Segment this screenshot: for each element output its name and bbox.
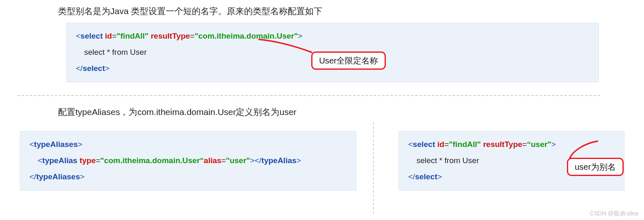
equals: = xyxy=(190,32,194,40)
xml-value: "com.itheima.domain.User“ xyxy=(100,156,204,165)
xml-attr: resultType xyxy=(483,140,523,149)
equals: = xyxy=(444,140,449,149)
angle-bracket: > xyxy=(298,32,303,40)
xml-attr: resultType xyxy=(151,32,190,40)
code-line: <typeAliases> xyxy=(29,137,347,153)
callout-bubble-2: user为别名 xyxy=(567,158,624,176)
angle-bracket: < xyxy=(76,32,80,40)
xml-attr: id xyxy=(437,140,444,149)
horizontal-divider xyxy=(17,95,600,96)
sql-body: select * from User xyxy=(408,153,479,169)
code-block-2: <typeAliases> <typeAlias type="com.ithei… xyxy=(20,131,356,191)
angle-bracket: </ xyxy=(254,156,261,165)
equals: = xyxy=(221,156,226,165)
angle-bracket: < xyxy=(38,156,42,165)
xml-tag: typeAlias xyxy=(261,156,296,165)
angle-bracket: > xyxy=(78,140,82,149)
angle-bracket: > xyxy=(105,64,109,73)
code-line: <select id="findAll" resultType=“user"> xyxy=(408,137,615,153)
equals: = xyxy=(96,156,100,165)
code-line: <typeAlias type="com.itheima.domain.User… xyxy=(29,153,347,169)
vertical-divider xyxy=(373,122,374,214)
xml-tag: typeAlias xyxy=(42,156,77,165)
xml-value: "findAll" xyxy=(116,32,148,40)
xml-value: "findAll" xyxy=(449,140,481,149)
intro-text-1: 类型别名是为Java 类型设置一个短的名字。原来的类型名称配置如下 xyxy=(58,5,322,17)
xml-tag: typeAliases xyxy=(34,140,78,149)
callout-bubble-1: User全限定名称 xyxy=(311,51,386,70)
xml-value: "com.itheima.domain.User" xyxy=(194,32,298,40)
angle-bracket: </ xyxy=(76,64,82,73)
xml-tag: select xyxy=(80,32,103,40)
angle-bracket: > xyxy=(250,156,254,165)
xml-value: "user" xyxy=(226,156,250,165)
equals: = xyxy=(112,32,116,40)
sql-body: select * from User xyxy=(76,44,147,61)
xml-attr: alias xyxy=(204,156,221,165)
xml-attr: id xyxy=(105,32,112,40)
xml-tag: select xyxy=(415,172,437,181)
code-line: <select id="findAll" resultType="com.ith… xyxy=(76,28,589,44)
watermark: CSDN @龍弟-idea xyxy=(590,210,638,218)
equals: = xyxy=(522,140,527,149)
xml-tag: select xyxy=(413,140,435,149)
code-line: </typeAliases> xyxy=(29,169,347,185)
angle-bracket: </ xyxy=(29,172,36,181)
angle-bracket: > xyxy=(551,140,556,149)
xml-attr: type xyxy=(80,156,96,165)
angle-bracket: > xyxy=(296,156,301,165)
intro-text-2: 配置typeAliases，为com.itheima.domain.User定义… xyxy=(58,106,296,118)
xml-tag: typeAliases xyxy=(36,172,80,181)
angle-bracket: < xyxy=(408,140,413,149)
angle-bracket: > xyxy=(437,172,442,181)
angle-bracket: </ xyxy=(408,172,415,181)
angle-bracket: < xyxy=(29,140,34,149)
angle-bracket: > xyxy=(80,172,85,181)
xml-tag: select xyxy=(82,64,105,73)
xml-value: “user" xyxy=(527,140,551,149)
